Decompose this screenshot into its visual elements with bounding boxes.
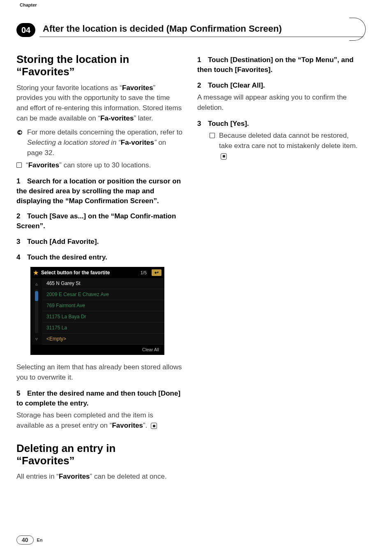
- list-item[interactable]: 31175 La: [42, 322, 164, 334]
- step-text: Touch [Clear All].: [208, 81, 265, 89]
- text: All entries in “: [16, 473, 59, 480]
- step-5-after: Storage has been completed and the item …: [16, 410, 182, 431]
- step-3: 3Touch [Add Favorite].: [16, 237, 182, 247]
- screenshot-titlebar: ★ Select button for the favortite 1/5 ↩: [31, 267, 164, 278]
- step-1: 1Search for a location or position the c…: [16, 176, 182, 206]
- text-italic: Selecting a location stored in “: [27, 139, 121, 146]
- r-step-2-after: A message will appear asking you to conf…: [197, 93, 363, 113]
- square-icon: [16, 162, 22, 168]
- text: ” can be deleted at once.: [90, 473, 167, 480]
- step-text: Touch [Add Favorite].: [27, 238, 99, 246]
- step-num: 2: [197, 81, 208, 90]
- section-title-line1: Deleting an entry in: [16, 442, 115, 454]
- text: Because deleted data cannot be restored,…: [219, 132, 357, 150]
- end-of-section-icon: [151, 423, 157, 429]
- list-item[interactable]: 465 N Garey St: [42, 278, 164, 289]
- list-item[interactable]: 769 Fairmont Ave: [42, 300, 164, 311]
- step-num: 1: [16, 176, 27, 186]
- square-icon: [210, 133, 215, 138]
- step-text: Search for a location or position the cu…: [16, 177, 181, 205]
- chapter-header: 04 After the location is decided (Map Co…: [16, 23, 363, 37]
- end-of-section-icon: [221, 153, 227, 160]
- step-text: Touch [Save as...] on the “Map Confir-ma…: [16, 212, 176, 230]
- section-title-line1: Storing the location in: [16, 53, 129, 65]
- text-bold: Fa-vorites: [121, 139, 154, 146]
- r-step-3-bullet: Because deleted data cannot be restored,…: [210, 131, 363, 161]
- step-text: Touch [Yes].: [208, 120, 249, 127]
- page-number: 40: [16, 535, 34, 544]
- screenshot-clear-all[interactable]: Clear All: [31, 345, 164, 354]
- section-title-line2: “Favorites”: [16, 65, 75, 78]
- text-bold: Favorites: [28, 161, 60, 169]
- section-title-line2: “Favorites”: [16, 454, 75, 467]
- text: ”.: [143, 422, 147, 429]
- back-icon[interactable]: ↩: [152, 269, 161, 276]
- list-item[interactable]: 2009 E Cesar E Chavez Ave: [42, 289, 164, 300]
- step-num: 3: [16, 237, 27, 247]
- intro-paragraph: Storing your favorite locations as “Favo…: [16, 83, 182, 124]
- step-2: 2Touch [Save as...] on the “Map Confir-m…: [16, 211, 182, 231]
- text-bold: Favorites: [122, 84, 153, 92]
- screenshot-page-indicator: 1/5: [141, 270, 147, 275]
- text-bold: Fa-vorites: [100, 114, 134, 122]
- r-step-1: 1Touch [Destination] on the “Top Menu”, …: [197, 55, 363, 75]
- page-lang: En: [37, 537, 43, 542]
- right-column: 1Touch [Destination] on the “Top Menu”, …: [197, 53, 363, 486]
- list-item[interactable]: 31175 La Baya Dr: [42, 311, 164, 322]
- bullet-capacity: “Favorites” can store up to 30 locations…: [16, 160, 182, 171]
- step-num: 5: [16, 389, 27, 398]
- section-storing-title: Storing the location in “Favorites”: [16, 53, 182, 78]
- favorites-screenshot: ★ Select button for the favortite 1/5 ↩ …: [30, 267, 164, 355]
- chapter-title: After the location is decided (Map Confi…: [39, 23, 363, 34]
- screenshot-scrollbar[interactable]: ▵ ▿: [31, 278, 42, 345]
- scroll-down-icon[interactable]: ▿: [33, 336, 40, 342]
- screenshot-list: 465 N Garey St 2009 E Cesar E Chavez Ave…: [42, 278, 164, 345]
- star-icon: ★: [33, 269, 39, 276]
- r-step-3: 3Touch [Yes].: [197, 119, 363, 129]
- text-italic: ”: [154, 139, 158, 146]
- header-arc-decoration: [349, 18, 366, 41]
- chapter-label: Chapter: [20, 2, 37, 7]
- text: Storing your favorite locations as “: [16, 84, 122, 92]
- text: For more details concerning the operatio…: [27, 128, 182, 136]
- screenshot-title: Select button for the favortite: [41, 270, 110, 276]
- text: ” can store up to 30 locations.: [59, 161, 151, 169]
- bullet-crossref: For more details concerning the operatio…: [16, 127, 182, 158]
- step-num: 1: [197, 55, 208, 65]
- page-footer: 40 En: [16, 535, 43, 544]
- chapter-number-chip: 04: [16, 23, 35, 37]
- step-5: 5Enter the desired name and then touch […: [16, 389, 182, 408]
- step-4: 4Touch the desired entry.: [16, 253, 182, 262]
- text-bold: Favorites: [59, 473, 90, 480]
- step-num: 4: [16, 253, 27, 262]
- text-bold: Favorites: [112, 422, 143, 429]
- list-item-empty[interactable]: <Empty>: [42, 334, 164, 345]
- step-text: Enter the desired name and then touch [D…: [16, 389, 180, 407]
- step-num: 2: [16, 211, 27, 221]
- arrow-right-icon: [16, 129, 23, 136]
- step-text: Touch the desired entry.: [27, 253, 107, 261]
- r-step-2: 2Touch [Clear All].: [197, 81, 363, 90]
- text: ” later.: [134, 114, 153, 122]
- section-deleting-title: Deleting an entry in “Favorites”: [16, 442, 182, 467]
- scroll-up-icon[interactable]: ▵: [33, 280, 40, 287]
- after-screenshot-note: Selecting an item that has already been …: [16, 362, 182, 382]
- step-num: 3: [197, 119, 208, 129]
- deleting-intro: All entries in “Favorites” can be delete…: [16, 472, 182, 482]
- step-text: Touch [Destination] on the “Top Menu”, a…: [197, 56, 353, 74]
- left-column: Storing the location in “Favorites” Stor…: [16, 53, 182, 486]
